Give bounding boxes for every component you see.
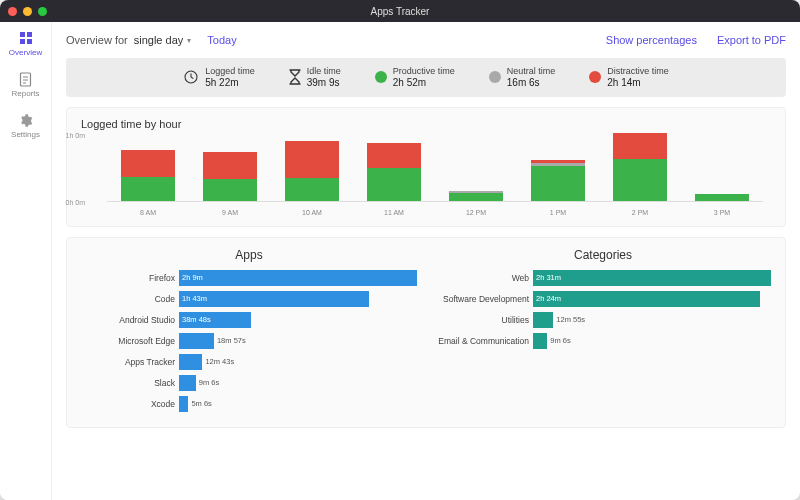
hourly-chart-title: Logged time by hour [81, 118, 771, 130]
summary-value: 2h 14m [607, 77, 669, 89]
svg-rect-3 [27, 39, 32, 44]
overview-for-label: Overview for [66, 34, 128, 46]
hbar-row[interactable]: Software Development2h 24m [435, 291, 771, 307]
x-tick: 12 PM [435, 209, 517, 216]
document-icon [17, 71, 33, 87]
x-tick: 2 PM [599, 209, 681, 216]
hbar-row[interactable]: Web2h 31m [435, 270, 771, 286]
summary-value: 16m 6s [507, 77, 556, 89]
range-value: single day [134, 34, 184, 46]
bar-segment [367, 143, 421, 168]
hbar-value: 38m 48s [179, 312, 211, 328]
bar-segment [367, 168, 421, 201]
export-pdf-link[interactable]: Export to PDF [717, 34, 786, 46]
sidebar-item-reports[interactable]: Reports [11, 71, 39, 98]
hbar-value: 18m 57s [214, 333, 246, 349]
summary-logged: Logged time5h 22m [183, 66, 255, 89]
bar-segment [285, 141, 339, 177]
hbar-fill [179, 270, 417, 286]
bar-segment [449, 193, 503, 201]
range-selector[interactable]: single day ▾ [134, 34, 192, 46]
hbar-row[interactable]: Slack9m 6s [81, 375, 417, 391]
hbar-fill [179, 354, 202, 370]
summary-label: Neutral time [507, 66, 556, 77]
svg-rect-2 [20, 39, 25, 44]
hbar-label: Xcode [81, 399, 179, 409]
hbar-label: Utilities [435, 315, 533, 325]
x-tick: 9 AM [189, 209, 271, 216]
hbar-fill [179, 333, 214, 349]
summary-neutral: Neutral time16m 6s [489, 66, 556, 89]
hbar-row[interactable]: Apps Tracker12m 43s [81, 354, 417, 370]
bar-segment [285, 178, 339, 201]
bar-segment [613, 133, 667, 159]
hbar-value: 9m 6s [547, 333, 570, 349]
summary-label: Idle time [307, 66, 341, 77]
hbar-fill [179, 291, 369, 307]
sidebar-item-label: Settings [11, 130, 40, 139]
today-link[interactable]: Today [207, 34, 236, 46]
hour-bar[interactable] [435, 191, 517, 201]
hour-bar[interactable] [517, 160, 599, 201]
bar-segment [203, 152, 257, 178]
bar-segment [121, 177, 175, 201]
dot-icon [589, 71, 601, 83]
window-title: Apps Tracker [0, 6, 800, 17]
hourly-chart: 1h 0m 0h 0m 8 AM9 AM10 AM11 AM12 PM1 PM2… [89, 136, 763, 216]
hbar-label: Code [81, 294, 179, 304]
hbar-value: 2h 31m [533, 270, 561, 286]
y-tick: 1h 0m [66, 132, 85, 139]
hour-bar[interactable] [353, 143, 435, 201]
gear-icon [18, 112, 34, 128]
hour-bar[interactable] [189, 152, 271, 200]
summary-value: 39m 9s [307, 77, 341, 89]
bar-segment [613, 159, 667, 201]
x-tick: 10 AM [271, 209, 353, 216]
x-tick: 8 AM [107, 209, 189, 216]
x-tick: 1 PM [517, 209, 599, 216]
hour-bar[interactable] [107, 150, 189, 201]
summary-label: Productive time [393, 66, 455, 77]
hbar-row[interactable]: Code1h 43m [81, 291, 417, 307]
hbar-value: 9m 6s [196, 375, 219, 391]
summary-productive: Productive time2h 52m [375, 66, 455, 89]
hour-bar[interactable] [599, 133, 681, 201]
hour-bar[interactable] [271, 141, 353, 200]
summary-value: 2h 52m [393, 77, 455, 89]
sidebar-item-label: Reports [11, 89, 39, 98]
apps-column: Apps Firefox2h 9mCode1h 43mAndroid Studi… [81, 248, 417, 417]
hbar-row[interactable]: Android Studio38m 48s [81, 312, 417, 328]
dot-icon [489, 71, 501, 83]
hbar-row[interactable]: Utilities12m 55s [435, 312, 771, 328]
x-tick: 11 AM [353, 209, 435, 216]
hbar-fill [533, 270, 771, 286]
grid-icon [18, 30, 34, 46]
hbar-row[interactable]: Microsoft Edge18m 57s [81, 333, 417, 349]
hbar-value: 12m 55s [553, 312, 585, 328]
summary-label: Distractive time [607, 66, 669, 77]
summary-distractive: Distractive time2h 14m [589, 66, 669, 89]
summary-value: 5h 22m [205, 77, 255, 89]
bar-segment [203, 179, 257, 201]
hbar-fill [533, 291, 760, 307]
hourglass-icon [289, 69, 301, 85]
bar-segment [121, 150, 175, 176]
hbar-value: 1h 43m [179, 291, 207, 307]
hbar-fill [179, 396, 188, 412]
hour-bar[interactable] [681, 194, 763, 201]
sidebar-item-overview[interactable]: Overview [9, 30, 42, 57]
hbar-label: Apps Tracker [81, 357, 179, 367]
hbar-row[interactable]: Email & Communication9m 6s [435, 333, 771, 349]
dot-icon [375, 71, 387, 83]
hbar-value: 12m 43s [202, 354, 234, 370]
hbar-value: 5m 6s [188, 396, 211, 412]
show-percentages-link[interactable]: Show percentages [606, 34, 697, 46]
chevron-down-icon: ▾ [187, 36, 191, 45]
svg-rect-0 [20, 32, 25, 37]
apps-title: Apps [81, 248, 417, 262]
hbar-row[interactable]: Xcode5m 6s [81, 396, 417, 412]
hbar-label: Slack [81, 378, 179, 388]
sidebar-item-settings[interactable]: Settings [11, 112, 40, 139]
hbar-row[interactable]: Firefox2h 9m [81, 270, 417, 286]
sidebar-item-label: Overview [9, 48, 42, 57]
